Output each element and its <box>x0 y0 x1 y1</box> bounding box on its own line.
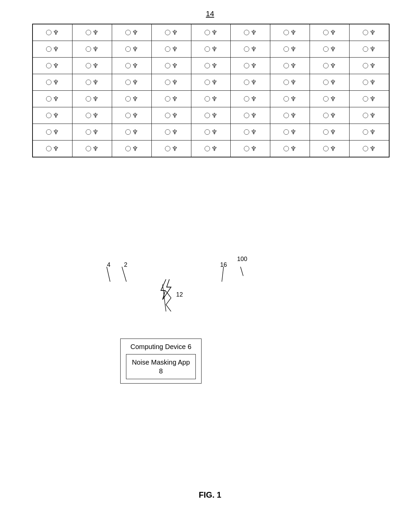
grid-cell: ♆ <box>112 74 152 90</box>
radio-circle <box>363 63 368 68</box>
radio-circle <box>86 146 91 151</box>
radio-circle <box>125 146 131 151</box>
label-16: 16 <box>220 261 227 268</box>
radio-circle <box>363 80 368 85</box>
radio-circle <box>244 30 249 35</box>
speaker-icon: ♆ <box>330 46 336 52</box>
speaker-icon: ♆ <box>92 145 99 152</box>
grid-cell: ♆ <box>33 107 72 124</box>
speaker-icon: ♆ <box>251 62 257 69</box>
radio-circle <box>284 146 289 151</box>
speaker-icon: ♆ <box>172 29 178 36</box>
radio-circle <box>46 63 51 68</box>
radio-circle <box>363 30 368 35</box>
radio-circle <box>244 113 249 118</box>
speaker-icon: ♆ <box>370 112 376 119</box>
grid-cell: ♆ <box>270 58 310 74</box>
grid-row: ♆ ♆ ♆ ♆ ♆ ♆ ♆ ♆ ♆ <box>33 74 389 91</box>
grid-row: ♆ ♆ ♆ ♆ ♆ ♆ ♆ ♆ ♆ <box>33 58 389 74</box>
speaker-icon: ♆ <box>132 145 138 152</box>
speaker-icon: ♆ <box>132 95 138 102</box>
grid-cell: ♆ <box>112 24 152 41</box>
speaker-icon: ♆ <box>172 145 178 152</box>
grid-cell: ♆ <box>112 124 152 140</box>
grid-cell: ♆ <box>231 24 270 41</box>
speaker-icon: ♆ <box>370 62 376 69</box>
grid-row: ♆ ♆ ♆ ♆ ♆ ♆ ♆ ♆ ♆ <box>33 140 389 157</box>
grid-cell: ♆ <box>152 124 191 140</box>
speaker-grid: ♆ ♆ ♆ ♆ ♆ ♆ ♆ ♆ ♆ ♆ ♆ ♆ ♆ ♆ ♆ ♆ ♆ ♆ ♆ ♆ … <box>32 24 390 157</box>
speaker-icon: ♆ <box>132 62 138 69</box>
radio-circle <box>205 63 210 68</box>
grid-cell: ♆ <box>191 124 231 140</box>
speaker-icon: ♆ <box>290 29 296 36</box>
speaker-icon: ♆ <box>211 112 217 119</box>
radio-circle <box>284 46 289 52</box>
radio-circle <box>323 46 329 52</box>
radio-circle <box>323 113 329 118</box>
grid-cell: ♆ <box>310 41 350 57</box>
grid-cell: ♆ <box>270 24 310 41</box>
grid-cell: ♆ <box>72 107 112 124</box>
grid-cell: ♆ <box>350 74 389 90</box>
radio-circle <box>46 46 51 52</box>
radio-circle <box>205 80 210 85</box>
radio-circle <box>363 146 368 151</box>
radio-circle <box>165 63 170 68</box>
speaker-icon: ♆ <box>370 79 376 86</box>
speaker-icon: ♆ <box>211 79 217 86</box>
label-100: 100 <box>237 256 247 263</box>
speaker-icon: ♆ <box>211 29 217 36</box>
speaker-icon: ♆ <box>172 62 178 69</box>
grid-cell: ♆ <box>191 58 231 74</box>
grid-cell: ♆ <box>231 41 270 57</box>
speaker-icon: ♆ <box>330 112 336 119</box>
label-12: 12 <box>176 291 183 298</box>
grid-cell: ♆ <box>270 41 310 57</box>
speaker-icon: ♆ <box>172 95 178 102</box>
radio-circle <box>284 113 289 118</box>
grid-cell: ♆ <box>310 91 350 107</box>
speaker-icon: ♆ <box>290 62 296 69</box>
radio-circle <box>165 129 170 135</box>
grid-cell: ♆ <box>112 41 152 57</box>
grid-cell: ♆ <box>231 91 270 107</box>
grid-cell: ♆ <box>350 140 389 157</box>
radio-circle <box>125 63 131 68</box>
speaker-icon: ♆ <box>53 46 59 52</box>
grid-row: ♆ ♆ ♆ ♆ ♆ ♆ ♆ ♆ ♆ <box>33 41 389 58</box>
grid-cell: ♆ <box>72 91 112 107</box>
radio-circle <box>284 63 289 68</box>
grid-cell: ♆ <box>152 24 191 41</box>
speaker-icon: ♆ <box>132 46 138 52</box>
radio-circle <box>165 80 170 85</box>
grid-cell: ♆ <box>310 140 350 157</box>
speaker-icon: ♆ <box>211 145 217 152</box>
radio-circle <box>165 96 170 102</box>
radio-circle <box>244 46 249 52</box>
grid-row: ♆ ♆ ♆ ♆ ♆ ♆ ♆ ♆ ♆ <box>33 24 389 41</box>
radio-circle <box>46 146 51 151</box>
grid-cell: ♆ <box>33 140 72 157</box>
grid-cell: ♆ <box>191 140 231 157</box>
grid-row: ♆ ♆ ♆ ♆ ♆ ♆ ♆ ♆ ♆ <box>33 124 389 140</box>
radio-circle <box>323 80 329 85</box>
radio-circle <box>205 46 210 52</box>
grid-cell: ♆ <box>152 91 191 107</box>
radio-circle <box>244 63 249 68</box>
radio-circle <box>86 63 91 68</box>
radio-circle <box>86 80 91 85</box>
grid-cell: ♆ <box>191 107 231 124</box>
speaker-icon: ♆ <box>132 79 138 86</box>
speaker-icon: ♆ <box>211 95 217 102</box>
speaker-icon: ♆ <box>211 46 217 52</box>
grid-cell: ♆ <box>33 24 72 41</box>
speaker-icon: ♆ <box>211 129 217 135</box>
speaker-icon: ♆ <box>92 129 99 135</box>
grid-cell: ♆ <box>72 74 112 90</box>
noise-masking-app-box: Noise Masking App 8 <box>126 354 196 379</box>
radio-circle <box>205 96 210 102</box>
radio-circle <box>284 96 289 102</box>
radio-circle <box>205 30 210 35</box>
speaker-icon: ♆ <box>251 112 257 119</box>
